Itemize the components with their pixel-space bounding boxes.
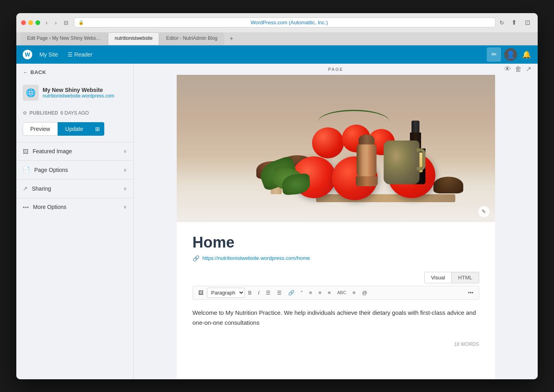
page-title[interactable]: Home (193, 234, 479, 251)
user-avatar[interactable]: 👤 (504, 48, 517, 61)
editor-tabs: Visual HTML (177, 272, 495, 286)
format-select[interactable]: Paragraph (207, 288, 245, 298)
address-bar[interactable]: 🔒 WordPress.com (Automattic, Inc.) (74, 18, 495, 27)
notifications-bell[interactable]: 🔔 (520, 48, 533, 61)
view-page-button[interactable]: 👁 (504, 65, 511, 73)
page-url-row: 🔗 https://nutritionistwebsite.wordpress.… (193, 255, 479, 261)
format-italic-button[interactable]: I (255, 288, 262, 297)
published-time: 6 DAYS AGO (60, 110, 89, 116)
traffic-lights (21, 20, 40, 25)
minimize-button[interactable] (28, 20, 33, 25)
sidebar-section-page-options: 📄 Page Options ∨ (16, 160, 133, 179)
chevron-down-icon: ∨ (123, 167, 127, 173)
format-bold-button[interactable]: B (246, 288, 255, 297)
mushroom-3 (433, 177, 463, 193)
format-indent-button[interactable]: ≡ (350, 288, 359, 297)
link-icon: 🔗 (193, 255, 199, 261)
tomato-small-1 (312, 127, 344, 158)
format-numbered-button[interactable]: ☰ (274, 288, 285, 297)
maximize-button[interactable] (35, 20, 40, 25)
format-bullet-button[interactable]: ☰ (263, 288, 273, 297)
page-title-area: Home 🔗 https://nutritionistwebsite.wordp… (177, 222, 495, 272)
reader-mode-button[interactable]: ⊟ (62, 19, 70, 27)
reader-nav[interactable]: ☰ Reader (64, 51, 97, 58)
layout-button[interactable]: ⊞ (91, 122, 104, 136)
chevron-down-icon: ∨ (123, 186, 127, 191)
sidebar-back-button[interactable]: ← BACK (16, 64, 133, 81)
gear-icon: ⚙ (23, 110, 27, 116)
editor-area: PAGE 👁 🗑 ↗ (134, 64, 538, 379)
page-label: PAGE (328, 67, 343, 72)
format-spellcheck-button[interactable]: ABC (334, 289, 349, 296)
page-label-bar: PAGE 👁 🗑 ↗ (134, 64, 538, 75)
format-toolbar: 🖼 Paragraph B I ☰ ☰ 🔗 " ≡ ≡ ≡ ABC ≡ @ ••… (193, 286, 479, 300)
delete-page-button[interactable]: 🗑 (515, 65, 522, 73)
format-more-button[interactable]: ••• (465, 288, 476, 297)
page-options-toggle[interactable]: 📄 Page Options ∨ (16, 161, 133, 179)
sharing-title: ↗ Sharing (23, 185, 51, 192)
format-image-button[interactable]: 🖼 (195, 288, 206, 297)
tab-html[interactable]: HTML (452, 272, 479, 283)
chevron-down-icon: ∨ (123, 204, 127, 210)
editor-body: Welcome to My Nutrition Practice. We hel… (177, 300, 495, 340)
featured-image-title: 🖼 Featured Image (23, 148, 72, 155)
update-button[interactable]: Update (58, 122, 91, 136)
tab-nutritionist[interactable]: nutritionistwebsite (108, 32, 159, 45)
pepper-mill-base (356, 176, 378, 186)
word-count: 18 WORDS (454, 341, 479, 347)
more-options-title: ••• More Options (23, 204, 66, 211)
editor-content: ✎ Home 🔗 https://nutritionistwebsite.wor… (177, 75, 495, 379)
editor-text-content[interactable]: Welcome to My Nutrition Practice. We hel… (193, 308, 479, 328)
sidebar: ← BACK 🌐 My New Shiny Website nutritioni… (16, 64, 134, 379)
pepper-mill-body (357, 144, 376, 176)
tab-visual[interactable]: Visual (424, 272, 452, 283)
close-button[interactable] (21, 20, 26, 25)
format-link-button[interactable]: 🔗 (285, 288, 297, 297)
food-scene-image (177, 75, 495, 222)
featured-image-toggle[interactable]: 🖼 Featured Image ∨ (16, 142, 133, 160)
featured-image-label: Featured Image (33, 148, 72, 154)
sidebar-section-more-options: ••• More Options ∨ (16, 198, 133, 216)
page-options-icon: 📄 (23, 166, 30, 174)
action-buttons: Preview Update ⊞ (16, 119, 133, 142)
format-blockquote-button[interactable]: " (298, 288, 306, 297)
tab-add-button[interactable]: + (226, 32, 237, 45)
back-label: BACK (31, 69, 47, 75)
sharing-icon: ↗ (23, 185, 28, 192)
chevron-down-icon: ∨ (123, 148, 127, 154)
browser-titlebar: ‹ › ⊟ 🔒 WordPress.com (Automattic, Inc.)… (16, 13, 538, 32)
tab-edit-page[interactable]: Edit Page ‹ My New Shiny Website — WordP… (20, 32, 108, 45)
external-link-button[interactable]: ↗ (526, 65, 531, 73)
more-options-toggle[interactable]: ••• More Options ∨ (16, 198, 133, 216)
preview-button[interactable]: Preview (23, 122, 58, 136)
page-actions: 👁 🗑 ↗ (504, 65, 531, 73)
sidebar-section-featured-image: 🖼 Featured Image ∨ (16, 142, 133, 160)
fullscreen-button[interactable]: ⊡ (522, 17, 533, 28)
edit-image-button[interactable]: ✎ (478, 206, 490, 217)
share-button[interactable]: ⬆ (508, 17, 519, 28)
site-name: My New Shiny Website (43, 87, 114, 93)
browser-toolbar-right: ⬆ ⊡ (508, 17, 533, 28)
format-special-char-button[interactable]: @ (359, 288, 370, 297)
oil-bottle-cap (412, 121, 419, 133)
wp-logo-button[interactable]: W (21, 48, 34, 61)
wp-admin-bar: W My Site ☰ Reader ✏ 👤 🔔 (16, 45, 538, 64)
format-align-right-button[interactable]: ≡ (325, 288, 334, 297)
site-details: My New Shiny Website nutritionistwebsite… (43, 87, 114, 99)
back-nav-button[interactable]: ‹ (44, 19, 49, 27)
my-site-nav[interactable]: My Site (35, 51, 62, 58)
page-options-label: Page Options (34, 167, 68, 173)
wp-logo-icon: W (23, 50, 32, 59)
format-align-center-button[interactable]: ≡ (316, 288, 324, 297)
ceramic-jug (384, 140, 419, 188)
forward-nav-button[interactable]: › (53, 19, 59, 27)
ceramic-jug-handle (417, 148, 425, 170)
tab-editor[interactable]: Editor - NutriAdmin Blog (159, 32, 224, 45)
edit-post-button[interactable]: ✏ (487, 47, 501, 62)
site-icon: 🌐 (23, 85, 39, 101)
page-url[interactable]: https://nutritionistwebsite.wordpress.co… (203, 255, 310, 261)
refresh-button[interactable]: ↻ (499, 20, 504, 26)
sidebar-section-sharing: ↗ Sharing ∨ (16, 179, 133, 198)
format-align-left-button[interactable]: ≡ (306, 288, 315, 297)
sharing-toggle[interactable]: ↗ Sharing ∨ (16, 179, 133, 198)
